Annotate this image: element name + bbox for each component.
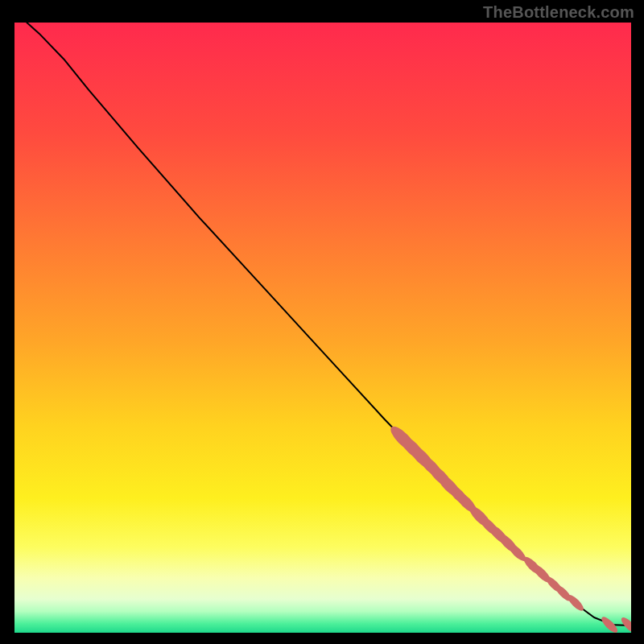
plot-area (14, 23, 631, 633)
chart-svg (14, 23, 631, 633)
chart-background (14, 23, 631, 633)
watermark-label: TheBottleneck.com (483, 3, 634, 22)
chart-container: TheBottleneck.com (0, 0, 644, 644)
